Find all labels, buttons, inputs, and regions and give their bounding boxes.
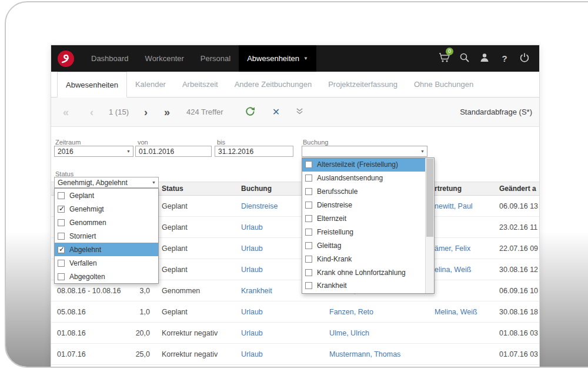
cell-zeitraum: 01.07.16 [57,350,126,358]
bis-input[interactable] [215,146,293,157]
checkbox-icon[interactable] [58,246,65,253]
dropdown-option[interactable]: Freistellung [302,225,425,239]
cell-vertretung-link[interactable]: ämer, Felix [435,244,499,253]
dropdown-option[interactable]: Krankheit [302,279,425,293]
dropdown-option-label: Genommen [69,219,106,227]
logout-button[interactable] [514,45,534,72]
dropdown-option[interactable]: Dienstreise [302,199,425,212]
dropdown-option-label: Krankheit [317,281,347,290]
toolbar: « ‹ 1 (15) › » 424 Treffer ✕ [51,98,539,127]
cell-status: Geplant [162,244,241,253]
cell-buchung-link[interactable]: Urlaub [241,329,329,337]
zeitraum-select[interactable]: 2016 ▼ [54,146,133,157]
dropdown-option[interactable]: Krank ohne Lohnfortzahlung [302,266,425,279]
header-vertretung[interactable]: rtretung [435,184,499,193]
cell-status: Geplant [162,223,241,232]
dropdown-option[interactable]: Abgelehnt [55,243,158,256]
dropdown-option[interactable]: Abgegolten [55,270,158,283]
chevron-down-icon: ▼ [303,56,308,61]
first-page-button[interactable]: « [63,107,69,118]
status-select[interactable]: Genehmigt, Abgelehnt ▼ [54,177,159,188]
checkbox-icon[interactable] [305,215,312,222]
cart-button[interactable]: 0 [435,45,455,72]
dropdown-option[interactable]: Gleittag [302,239,425,252]
cell-buchung-link[interactable]: Urlaub [241,308,329,316]
query-selector[interactable]: Standardabfrage (S*) [460,108,532,116]
checkbox-icon[interactable] [58,206,65,213]
tab-bar: Abwesenheiten Kalender Arbeitszeit Ander… [51,72,539,98]
scrollbar-thumb[interactable] [426,159,433,237]
buchung-select[interactable]: ▼ [302,146,427,157]
cell-name-link[interactable]: Mustermann, Thomas [329,350,420,358]
table-row[interactable]: 01.07.16 25,0 Korrektur negativ Urlaub M… [51,344,539,365]
cell-name-link[interactable]: Fanzen, Reto [329,308,420,316]
dropdown-option-label: Berufsschule [317,187,358,196]
checkbox-icon[interactable] [305,282,312,289]
result-count: 424 Treffer [186,108,223,116]
dropdown-option[interactable]: Genehmigt [55,202,158,216]
checkbox-icon[interactable] [305,242,312,249]
checkbox-icon[interactable] [58,273,65,280]
table-row[interactable]: 01.08.16 20,0 Korrektur negativ Urlaub U… [51,323,539,344]
tab[interactable]: Kalender [127,72,174,97]
cell-name-link[interactable]: Ulme, Ulrich [329,329,420,337]
dropdown-option[interactable]: Genommen [55,216,158,229]
cell-vertretung-link[interactable]: newitt, Paul [435,202,499,210]
dropdown-option[interactable]: Altersteilzeit (Freistellung) [302,158,425,172]
dropdown-option[interactable]: Verfallen [55,256,158,270]
header-status[interactable]: Status [162,184,241,193]
power-icon [519,52,530,65]
prev-page-button[interactable]: ‹ [90,107,93,118]
clear-filter-button[interactable]: ✕ [272,106,280,118]
nav-menu-item[interactable]: Abwesenheiten ▼ [239,45,316,72]
cell-vertretung-link[interactable]: elina, Weiß [435,266,499,274]
dropdown-option-label: Krank ohne Lohnfortzahlung [317,269,406,277]
cell-vertretung-link[interactable]: Melina, Weiß [435,308,499,316]
cell-status: Korrektur negativ [162,350,241,358]
tab[interactable]: Abwesenheiten [57,72,127,98]
scrollbar[interactable] [425,158,434,293]
dropdown-option[interactable]: Kind-Krank [302,252,425,266]
expand-button[interactable] [295,107,304,118]
nav-menu-item-label: Abwesenheiten [247,54,299,63]
tab[interactable]: Ohne Buchungen [406,72,482,97]
user-button[interactable] [475,45,495,72]
checkbox-icon[interactable] [58,219,65,226]
checkbox-icon[interactable] [305,229,312,236]
cell-buchung-link[interactable]: Urlaub [241,350,329,358]
app-logo-icon[interactable] [57,50,75,68]
search-icon [459,52,470,65]
next-page-button[interactable]: › [144,107,148,118]
table-row[interactable]: 05.08.16 1,0 Geplant Urlaub Fanzen, Reto… [51,301,539,323]
checkbox-icon[interactable] [58,233,65,240]
nav-menu-item-label: Workcenter [145,54,184,63]
double-chevron-down-icon [295,109,304,118]
checkbox-icon[interactable] [305,269,312,276]
dropdown-option-label: Verfallen [69,259,97,267]
nav-menu-item[interactable]: Workcenter ▼ [137,45,192,72]
checkbox-icon[interactable] [305,175,312,182]
checkbox-icon[interactable] [305,202,312,209]
von-input[interactable] [135,146,212,157]
last-page-button[interactable]: » [164,107,170,118]
tab[interactable]: Arbeitszeit [174,72,226,97]
dropdown-option[interactable]: Geplant [55,189,158,202]
checkbox-icon[interactable] [305,256,312,263]
nav-menu-item[interactable]: Personal ▼ [192,45,239,72]
tab[interactable]: Projektzeiterfassung [320,72,406,97]
dropdown-option[interactable]: Storniert [55,229,158,243]
checkbox-icon[interactable] [58,260,65,267]
search-button[interactable] [455,45,475,72]
nav-menu-item[interactable]: Dashboard ▼ [83,45,137,72]
dropdown-option[interactable]: Berufsschule [302,185,425,199]
help-button[interactable]: ? [495,45,514,72]
dropdown-option[interactable]: Elternzeit [302,212,425,226]
header-geaendert[interactable]: Geändert a [499,184,539,193]
checkbox-icon[interactable] [305,188,312,195]
tab[interactable]: Andere Zeitbuchungen [226,72,320,97]
checkbox-icon[interactable] [305,161,312,168]
refresh-button[interactable] [245,106,256,119]
cell-tage: 3,0 [126,287,150,295]
dropdown-option[interactable]: Auslandsentsendung [302,172,425,185]
checkbox-icon[interactable] [58,192,65,199]
